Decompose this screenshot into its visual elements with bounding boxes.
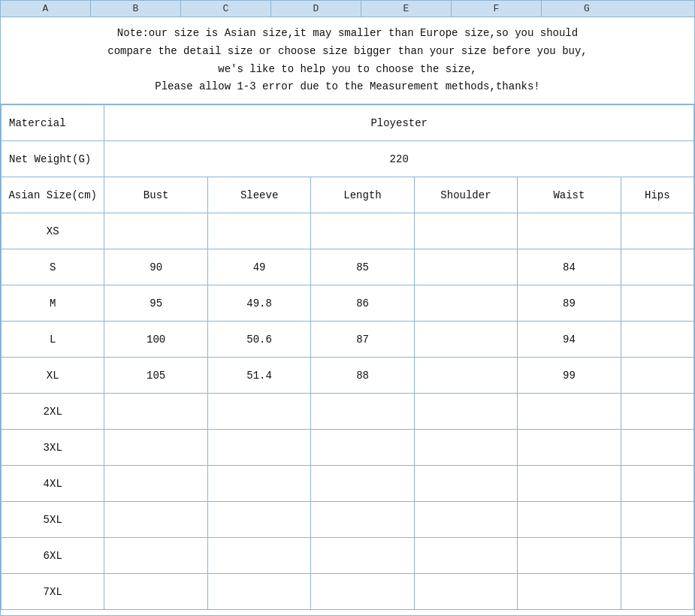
cell-sleeve-2xl — [207, 394, 310, 430]
table-row: 4XL — [2, 466, 694, 502]
cell-waist-5xl — [518, 502, 621, 538]
cell-size-4xl: 4XL — [2, 466, 104, 502]
cell-waist-l: 94 — [518, 322, 621, 358]
cell-size-m: M — [2, 285, 104, 322]
table-row: L10050.68794 — [2, 322, 694, 358]
cell-shoulder-l — [414, 322, 517, 358]
cell-shoulder-7xl — [414, 574, 517, 610]
table-row: S90498584 — [2, 249, 694, 285]
table-row: 2XL — [2, 394, 694, 430]
cell-sleeve-m: 49.8 — [207, 285, 310, 322]
cell-size-l: L — [2, 322, 104, 358]
cell-hips-l — [621, 322, 693, 358]
cell-size-2xl: 2XL — [2, 394, 104, 430]
cell-length-6xl — [311, 538, 414, 574]
cell-length-5xl — [311, 502, 414, 538]
table-row: XL10551.48899 — [2, 358, 694, 394]
cell-shoulder-m — [414, 285, 517, 322]
header-bust: Bust — [104, 177, 207, 213]
cell-size-xs: XS — [2, 213, 104, 249]
cell-hips-4xl — [621, 466, 693, 502]
cell-bust-m: 95 — [104, 285, 207, 322]
cell-size-xl: XL — [2, 358, 104, 394]
cell-shoulder-5xl — [414, 502, 517, 538]
col-header-a: A — [1, 1, 91, 17]
cell-hips-7xl — [621, 574, 693, 610]
cell-length-4xl — [311, 466, 414, 502]
cell-shoulder-s — [414, 249, 517, 285]
cell-shoulder-4xl — [414, 466, 517, 502]
header-sleeve: Sleeve — [207, 177, 310, 213]
cell-length-l: 87 — [311, 322, 414, 358]
cell-hips-s — [621, 249, 693, 285]
table-row: 6XL — [2, 538, 694, 574]
cell-length-s: 85 — [311, 249, 414, 285]
cell-length-2xl — [311, 394, 414, 430]
cell-waist-m: 89 — [518, 285, 621, 322]
cell-length-m: 86 — [311, 285, 414, 322]
cell-hips-6xl — [621, 538, 693, 574]
cell-shoulder-2xl — [414, 394, 517, 430]
cell-sleeve-s: 49 — [207, 249, 310, 285]
cell-sleeve-l: 50.6 — [207, 322, 310, 358]
cell-bust-3xl — [104, 430, 207, 466]
cell-bust-l: 100 — [104, 322, 207, 358]
cell-waist-xl: 99 — [518, 358, 621, 394]
table-row: 3XL — [2, 430, 694, 466]
cell-hips-xs — [621, 213, 693, 249]
material-value: Ployester — [104, 105, 694, 141]
col-header-c: C — [181, 1, 271, 17]
cell-waist-3xl — [518, 430, 621, 466]
cell-bust-6xl — [104, 538, 207, 574]
header-waist: Waist — [518, 177, 621, 213]
table-row: 5XL — [2, 502, 694, 538]
cell-sleeve-7xl — [207, 574, 310, 610]
table-row: XS — [2, 213, 694, 249]
note-row: Note:our size is Asian size,it may small… — [1, 17, 694, 104]
note-line2: compare the detail size or choose size b… — [16, 43, 679, 61]
cell-length-xl: 88 — [311, 358, 414, 394]
cell-sleeve-5xl — [207, 502, 310, 538]
cell-sleeve-6xl — [207, 538, 310, 574]
cell-hips-2xl — [621, 394, 693, 430]
note-line3: we's like to help you to choose the size… — [16, 61, 679, 79]
col-header-g: G — [542, 1, 632, 17]
cell-sleeve-xs — [207, 213, 310, 249]
cell-bust-s: 90 — [104, 249, 207, 285]
cell-waist-6xl — [518, 538, 621, 574]
cell-hips-xl — [621, 358, 693, 394]
cell-shoulder-6xl — [414, 538, 517, 574]
cell-waist-4xl — [518, 466, 621, 502]
note-line4: Please allow 1-3 error due to the Measur… — [16, 78, 679, 96]
cell-sleeve-3xl — [207, 430, 310, 466]
cell-hips-m — [621, 285, 693, 322]
cell-length-7xl — [311, 574, 414, 610]
cell-size-7xl: 7XL — [2, 574, 104, 610]
cell-length-xs — [311, 213, 414, 249]
material-row: Matercial Ployester — [2, 105, 694, 141]
cell-sleeve-4xl — [207, 466, 310, 502]
cell-hips-5xl — [621, 502, 693, 538]
cell-waist-xs — [518, 213, 621, 249]
size-table: Matercial Ployester Net Weight(G) 220 As… — [1, 104, 694, 610]
cell-waist-s: 84 — [518, 249, 621, 285]
header-length: Length — [311, 177, 414, 213]
header-hips: Hips — [621, 177, 693, 213]
cell-size-6xl: 6XL — [2, 538, 104, 574]
cell-bust-5xl — [104, 502, 207, 538]
table-row: 7XL — [2, 574, 694, 610]
cell-sleeve-xl: 51.4 — [207, 358, 310, 394]
size-header-row: Asian Size(cm) Bust Sleeve Length Should… — [2, 177, 694, 213]
cell-bust-4xl — [104, 466, 207, 502]
note-line1: Note:our size is Asian size,it may small… — [16, 25, 679, 43]
header-shoulder: Shoulder — [414, 177, 517, 213]
weight-row: Net Weight(G) 220 — [2, 141, 694, 177]
col-header-row: A B C D E F G — [1, 1, 694, 17]
cell-bust-2xl — [104, 394, 207, 430]
cell-waist-7xl — [518, 574, 621, 610]
col-header-e: E — [361, 1, 452, 17]
cell-bust-xs — [104, 213, 207, 249]
cell-length-3xl — [311, 430, 414, 466]
cell-size-s: S — [2, 249, 104, 285]
cell-shoulder-3xl — [414, 430, 517, 466]
